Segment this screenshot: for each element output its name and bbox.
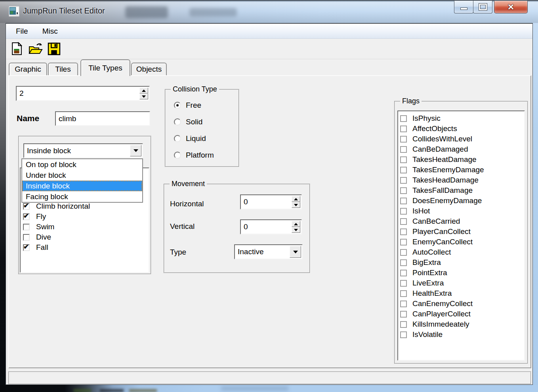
save-file-button[interactable]: [47, 42, 61, 56]
spin-up-button[interactable]: [292, 196, 300, 202]
name-value: climb: [56, 112, 149, 126]
checkbox-swim[interactable]: ✔: [23, 224, 30, 230]
new-file-icon: [10, 42, 23, 55]
minimize-icon: [460, 8, 467, 10]
down-arrow-icon: [134, 149, 138, 152]
block-position-group: Insinde block ✔ Climb horizontal ✔ Fly ✔…: [18, 136, 151, 274]
background-window-blur: [125, 6, 168, 18]
name-input[interactable]: climb: [55, 111, 150, 126]
dropdown-option[interactable]: Facing block: [22, 191, 142, 202]
combo-dropdown-button[interactable]: [290, 246, 301, 258]
checkbox-fall[interactable]: ✔: [23, 244, 30, 251]
movement-caption: Movement: [170, 180, 207, 188]
flag-checkbox[interactable]: ✔: [400, 187, 407, 194]
jumprun-tileset-editor-window: JumpRun Tileset Editor ✕ File Misc: [0, 0, 538, 392]
flag-checkbox[interactable]: ✔: [400, 311, 407, 318]
movement-type-combobox[interactable]: Inactive: [234, 244, 303, 259]
flag-checkbox[interactable]: ✔: [400, 177, 407, 184]
tile-types-panel: 2 Name climb Insinde block ✔ Climb: [8, 75, 531, 368]
flag-checkbox[interactable]: ✔: [400, 239, 407, 245]
new-file-button[interactable]: [10, 42, 24, 56]
spin-down-button[interactable]: [292, 202, 300, 208]
flag-checkbox[interactable]: ✔: [400, 331, 407, 338]
down-arrow-icon: [293, 251, 298, 253]
flag-checkbox[interactable]: ✔: [400, 259, 407, 266]
checkbox-climb-horizontal[interactable]: ✔: [23, 203, 30, 210]
vertical-updown: [292, 221, 300, 233]
flag-checkbox[interactable]: ✔: [400, 136, 407, 143]
toolbar: [6, 39, 532, 59]
vertical-label: Vertical: [170, 222, 195, 231]
dropdown-option[interactable]: On top of block: [22, 159, 142, 170]
tab-tiles[interactable]: Tiles: [48, 63, 78, 75]
status-bar: [8, 371, 531, 384]
tab-objects[interactable]: Objects: [131, 63, 167, 75]
background-blur: [74, 389, 91, 392]
dropdown-option[interactable]: Under block: [22, 170, 142, 181]
flag-checkbox[interactable]: ✔: [400, 290, 407, 297]
flag-checkbox[interactable]: ✔: [400, 198, 407, 204]
background-blur: [129, 389, 157, 392]
flags-group: Flags ✔ IsPhysic ✔ AffectObjects ✔ Colli…: [394, 101, 528, 364]
down-arrow-icon: [294, 204, 298, 206]
radio-liquid[interactable]: [174, 135, 181, 142]
type-label: Type: [170, 248, 186, 257]
window-frame-bottom: [0, 385, 538, 392]
block-position-dropdown-list: On top of block Under block Insinde bloc…: [21, 158, 143, 203]
flag-checkbox[interactable]: ✔: [400, 126, 407, 132]
collision-type-caption: Collision Type: [171, 85, 219, 93]
flag-checkbox[interactable]: ✔: [400, 167, 407, 173]
down-arrow-icon: [142, 95, 146, 98]
tab-graphic[interactable]: Graphic: [9, 63, 47, 75]
flag-checkbox[interactable]: ✔: [400, 270, 407, 276]
menu-misc[interactable]: Misc: [39, 26, 61, 36]
flag-checkbox[interactable]: ✔: [400, 301, 407, 307]
radio-free[interactable]: [174, 102, 181, 109]
spin-down-button[interactable]: [139, 93, 148, 99]
close-button[interactable]: ✕: [494, 1, 528, 13]
flag-checkbox[interactable]: ✔: [400, 146, 407, 153]
vertical-spinner[interactable]: 0: [240, 219, 302, 234]
combo-dropdown-button[interactable]: [130, 145, 141, 156]
flag-checkbox[interactable]: ✔: [400, 218, 407, 225]
spin-up-button[interactable]: [139, 88, 148, 93]
tile-index-updown: [139, 88, 148, 99]
menu-file[interactable]: File: [12, 26, 32, 36]
maximize-button[interactable]: [473, 1, 492, 13]
spin-down-button[interactable]: [292, 227, 300, 233]
client-area: File Misc: [6, 23, 533, 385]
flag-checkbox[interactable]: ✔: [400, 208, 407, 215]
radio-platform[interactable]: [174, 152, 181, 159]
window-frame-right: [533, 23, 538, 385]
horizontal-label: Horizontal: [170, 200, 204, 208]
dropdown-option[interactable]: Insinde block: [22, 181, 142, 191]
window-frame-left: [0, 23, 6, 385]
flag-checkbox[interactable]: ✔: [400, 115, 407, 122]
window-title: JumpRun Tileset Editor: [23, 6, 105, 15]
flags-listbox[interactable]: ✔ IsPhysic ✔ AffectObjects ✔ CollidesWit…: [397, 110, 525, 361]
flag-checkbox[interactable]: ✔: [400, 249, 407, 256]
up-arrow-icon: [294, 198, 298, 200]
horizontal-updown: [292, 196, 300, 208]
movement-group: Movement Horizontal 0 Vertical 0: [164, 184, 310, 273]
tab-tile-types[interactable]: Tile Types: [80, 59, 130, 76]
up-arrow-icon: [294, 223, 298, 225]
background-blur: [100, 389, 124, 392]
flag-checkbox[interactable]: ✔: [400, 156, 407, 163]
checkbox-dive[interactable]: ✔: [23, 234, 30, 241]
radio-solid[interactable]: [174, 118, 181, 126]
app-icon: [9, 6, 19, 17]
radio-dot-icon: [176, 104, 179, 107]
minimize-button[interactable]: [454, 1, 473, 13]
open-file-button[interactable]: [28, 42, 43, 56]
background-window-blur: [189, 8, 237, 17]
flag-checkbox[interactable]: ✔: [400, 228, 407, 235]
block-position-combobox[interactable]: Insinde block: [23, 143, 143, 158]
horizontal-spinner[interactable]: 0: [240, 194, 302, 209]
checkbox-fly[interactable]: ✔: [23, 213, 30, 220]
tile-index-spinner[interactable]: 2: [16, 86, 150, 101]
spin-up-button[interactable]: [292, 221, 300, 227]
flag-checkbox[interactable]: ✔: [400, 321, 407, 328]
flag-checkbox[interactable]: ✔: [400, 280, 407, 287]
background-blur: [221, 386, 288, 391]
